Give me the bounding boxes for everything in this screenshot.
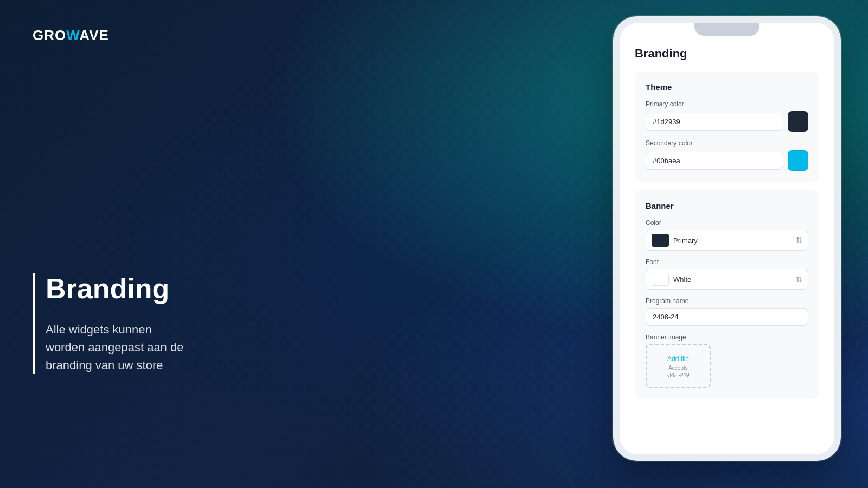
banner-font-field: Font White ⇅ [646,258,808,290]
logo-text-after: AVE [79,27,109,43]
secondary-color-label: Secondary color [646,139,808,147]
program-name-label: Program name [646,297,808,305]
left-accent-border: Branding Alle widgets kunnen worden aang… [33,273,553,374]
accepts-text: Accepts .jpg, .png [667,365,689,377]
desc-line1: Alle widgets kunnen [46,323,152,336]
hero-description: Alle widgets kunnen worden aangepast aan… [46,320,553,374]
left-content: Branding Alle widgets kunnen worden aang… [33,273,553,374]
banner-color-label: Color [646,219,808,227]
banner-color-swatch [652,234,669,247]
banner-color-option: Primary [673,236,792,245]
theme-section-title: Theme [646,82,808,92]
primary-color-input[interactable] [646,113,783,131]
banner-font-option: White [673,275,792,284]
primary-color-swatch[interactable] [788,111,808,132]
banner-image-field: Banner image Add file Accepts .jpg, .png [646,333,808,388]
left-panel: GROWAVE Branding Alle widgets kunnen wor… [0,0,586,488]
primary-color-row [646,111,808,132]
theme-section: Theme Primary color Secondary color [635,72,819,182]
secondary-color-field: Secondary color [646,139,808,171]
primary-color-field: Primary color [646,100,808,132]
phone-screen: Branding Theme Primary color [620,23,834,454]
banner-font-swatch [652,273,669,286]
add-file-text: Add file [667,355,689,363]
branding-page: Branding Theme Primary color [620,36,834,454]
desc-line2: worden aangepast aan de [46,341,183,354]
desc-line3: branding van uw store [46,358,163,372]
primary-color-label: Primary color [646,100,808,108]
logo-text: GROWAVE [33,27,109,44]
banner-font-arrow-icon: ⇅ [796,275,802,284]
banner-font-label: Font [646,258,808,266]
banner-image-label: Banner image [646,333,808,341]
logo-text-before: GRO [33,27,66,43]
secondary-color-input[interactable] [646,152,783,170]
secondary-color-row [646,150,808,171]
logo: GROWAVE [33,27,553,44]
page-content: GROWAVE Branding Alle widgets kunnen wor… [0,0,868,488]
hero-title: Branding [46,273,553,304]
banner-image-upload[interactable]: Add file Accepts .jpg, .png [646,344,711,388]
banner-color-arrow-icon: ⇅ [796,236,802,245]
banner-color-field: Color Primary ⇅ [646,219,808,251]
program-name-input[interactable] [646,308,808,326]
logo-w-letter: W [66,27,79,43]
phone-notch [694,23,760,36]
secondary-color-swatch[interactable] [788,150,808,171]
banner-color-select[interactable]: Primary ⇅ [646,230,808,251]
banner-section: Banner Color Primary ⇅ Fon [635,190,819,399]
right-panel: Branding Theme Primary color [586,0,868,488]
banner-font-select[interactable]: White ⇅ [646,269,808,290]
branding-page-title: Branding [635,47,819,61]
phone-mockup: Branding Theme Primary color [613,16,841,461]
program-name-field: Program name [646,297,808,326]
banner-section-title: Banner [646,201,808,210]
